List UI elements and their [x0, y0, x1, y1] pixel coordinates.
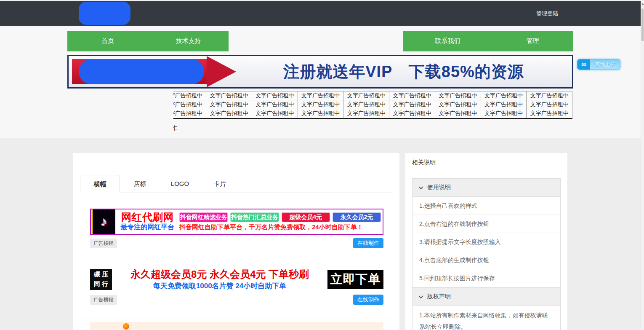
ad-slot-link[interactable]: 文字广告招租中	[527, 109, 572, 118]
admin-login-link[interactable]: 管理登陆	[536, 1, 558, 26]
scroll-up-arrow-icon[interactable]	[641, 3, 644, 5]
ad-slot-link[interactable]: 文字广告招租中	[298, 100, 344, 109]
ad-slot-link[interactable]: 文字广告招租中	[389, 100, 435, 109]
section-usage-header[interactable]: 使用说明	[412, 179, 560, 197]
offline-upload-button[interactable]: ∞ 离线上传	[577, 59, 620, 70]
listing-2-footer: 广告横幅 在线制作	[90, 295, 383, 304]
order-now-button[interactable]: 立即下单	[327, 270, 383, 289]
ad2-subtitle: 每天免费领取1000名片赞 24小时自助下单	[112, 281, 327, 291]
main-nav: 首页 技术支持 联系我们 管理	[67, 31, 573, 51]
topbar: 管理登陆	[0, 1, 641, 26]
listing-banner-ad-3-partial[interactable]	[90, 322, 383, 330]
category-tag: 广告横幅	[90, 295, 117, 305]
ad-slot-link[interactable]: 文字广告招租中	[435, 91, 481, 100]
tab-shop-logo[interactable]: 店标	[120, 175, 160, 193]
logo-line-2: 同 行	[94, 279, 108, 289]
category-tag: 广告横幅	[90, 239, 117, 248]
ad-slot-link[interactable]: 文字广告招租中	[252, 109, 298, 118]
ad1-details: 抖音网红精选业务 抖音热门汇总业务 超级会员4元 永久会员2元 抖音网红自助下单…	[179, 209, 383, 234]
baidu-pan-icon: ∞	[577, 59, 590, 70]
ad1-title: 网红代刷网	[115, 212, 179, 223]
scrollbar-thumb[interactable]	[641, 8, 644, 41]
copyright-notice: 1.本站所有制作素材来自网络收集，如有侵权请联系站长立即删除。	[412, 306, 560, 330]
ribbon-arrow-icon	[207, 56, 236, 87]
ad2-title: 永久超级会员8元 永久会员4元 下单秒刷	[112, 268, 327, 281]
ad-slot-link[interactable]: 文字广告招租中	[298, 91, 344, 100]
tab-card[interactable]: 卡片	[200, 175, 240, 193]
ad-slot-link[interactable]: 文字广告招租中	[298, 109, 344, 118]
usage-step: 2.点击右边的在线制作按钮	[412, 215, 560, 233]
nav-item-admin[interactable]: 管理	[492, 31, 573, 51]
ad-slot-link[interactable]: 文字广告招租中	[206, 109, 252, 118]
promo-badge: 永久会员2元	[333, 212, 381, 222]
ad1-titles: 网红代刷网 最专注的网红平台	[115, 209, 179, 234]
listing-1-footer: 广告横幅 在线制作	[90, 239, 383, 248]
tab-banner[interactable]: 横幅	[80, 175, 120, 193]
nav-item-contact[interactable]: 联系我们	[403, 31, 492, 51]
ad-slot-link[interactable]: 文字广告招租中	[252, 100, 298, 109]
scrollbar[interactable]	[641, 0, 644, 330]
section-copyright-label: 版权声明	[427, 293, 451, 300]
sidebar-title: 相关说明	[412, 159, 561, 173]
online-make-button[interactable]: 在线制作	[353, 238, 383, 248]
usage-step: 3.请根据提示文字长度按照输入	[412, 233, 560, 251]
ad-slot-link[interactable]: 文字广告招租中	[481, 109, 527, 118]
overlay-panel	[65, 86, 173, 131]
listing-banner-ad-2[interactable]: 碾 压 同 行 永久超级会员8元 永久会员4元 下单秒刷 每天免费领取1000名…	[90, 267, 383, 291]
ad-slot-link[interactable]: 文字广告招租中	[481, 91, 527, 100]
online-make-button[interactable]: 在线制作	[353, 295, 383, 305]
section-copyright-header[interactable]: 版权声明	[412, 287, 560, 306]
promo-badge: 抖音热门汇总业务	[230, 212, 279, 222]
promo-badges: 抖音网红精选业务 抖音热门汇总业务 超级会员4元 永久会员2元	[179, 212, 381, 222]
chevron-down-icon	[418, 185, 423, 189]
ad-slot-link[interactable]: 文字广告招租中	[435, 109, 481, 118]
crush-rivals-logo: 碾 压 同 行	[90, 269, 112, 290]
ad1-subtitle: 最专注的网红平台	[115, 223, 179, 232]
section-usage-label: 使用说明	[427, 184, 451, 191]
ad-slot-link[interactable]: 文字广告招租中	[481, 100, 527, 109]
hero-headline: 注册就送年VIP 下载85%的资源	[245, 56, 562, 87]
sidebar: 相关说明 使用说明 1.选择自己喜欢的样式 2.点击右边的在线制作按钮 3.请根…	[405, 153, 567, 330]
music-note-icon: ♪	[101, 215, 107, 229]
tabs-bar: 横幅 店标 LOGO 卡片	[80, 175, 393, 193]
logo-line-1: 碾 压	[94, 270, 108, 279]
nav-item-support[interactable]: 技术支持	[148, 31, 229, 51]
listing-banner-ad-1[interactable]: ♪ 网红代刷网 最专注的网红平台 抖音网红精选业务 抖音热门汇总业务 超级会员4…	[90, 209, 383, 235]
ad-slot-link[interactable]: 文字广告招租中	[389, 109, 435, 118]
chevron-down-icon	[418, 293, 423, 298]
ad-slot-link[interactable]: 文字广告招租中	[343, 109, 389, 118]
ad-slot-link[interactable]: 文字广告招租中	[252, 91, 298, 100]
hero-logo-redacted	[79, 59, 204, 84]
ad-slot-link[interactable]: 文字广告招租中	[343, 100, 389, 109]
ad-slot-link[interactable]: 文字广告招租中	[389, 91, 435, 100]
nav-item-home[interactable]: 首页	[67, 31, 148, 51]
ad-slot-link[interactable]: 文字广告招租中	[206, 100, 252, 109]
ad-slot-link[interactable]: 文字广告招租中	[527, 91, 572, 100]
tab-logo[interactable]: LOGO	[160, 175, 200, 193]
main-card: 横幅 店标 LOGO 卡片 ♪ 网红代刷网 最专注的网红平台 抖音网红精选业务 …	[73, 153, 399, 330]
promo-badge: 超级会员4元	[282, 212, 330, 222]
ad-slot-link[interactable]: 文字广告招租中	[343, 91, 389, 100]
ad-slot-link[interactable]: 文字广告招租中	[206, 91, 252, 100]
usage-step: 1.选择自己喜欢的样式	[412, 197, 560, 215]
nav-blank-slot	[229, 31, 403, 51]
ad2-texts: 永久超级会员8元 永久会员4元 下单秒刷 每天免费领取1000名片赞 24小时自…	[112, 268, 327, 291]
usage-step: 4.点击底部的生成制作按钮	[412, 251, 560, 269]
orange-logo-icon	[123, 323, 129, 330]
site-logo-redacted[interactable]	[79, 2, 130, 25]
ad-slot-link[interactable]: 文字广告招租中	[527, 100, 572, 109]
hero-banner-ad[interactable]: 注册就送年VIP 下载85%的资源	[67, 55, 573, 89]
ad1-description: 抖音网红自助下单平台，千万名片赞免费领取，24小时自助下单！	[179, 223, 381, 231]
usage-step: 5.回到顶部长按图片进行保存	[412, 269, 560, 287]
listing-divider	[80, 319, 393, 319]
tiktok-icon: ♪	[91, 209, 115, 234]
promo-badge: 抖音网红精选业务	[179, 212, 228, 222]
upload-button-label: 离线上传	[590, 61, 620, 68]
ad-slot-link[interactable]: 文字广告招租中	[435, 100, 481, 109]
instructions-box: 使用说明 1.选择自己喜欢的样式 2.点击右边的在线制作按钮 3.请根据提示文字…	[412, 178, 561, 330]
